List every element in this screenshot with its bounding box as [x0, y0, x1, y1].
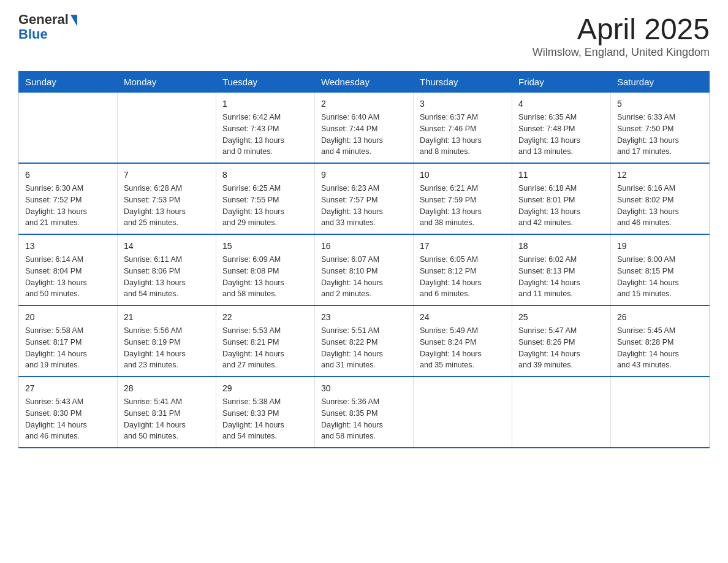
day-info: Sunrise: 5:56 AM Sunset: 8:19 PM Dayligh…: [124, 325, 210, 371]
column-header-saturday: Saturday: [611, 72, 710, 93]
calendar-cell: 22Sunrise: 5:53 AM Sunset: 8:21 PM Dayli…: [216, 305, 315, 377]
calendar-cell: 27Sunrise: 5:43 AM Sunset: 8:30 PM Dayli…: [19, 377, 118, 448]
day-info: Sunrise: 6:07 AM Sunset: 8:10 PM Dayligh…: [321, 254, 407, 300]
column-header-monday: Monday: [118, 72, 216, 93]
day-number: 18: [518, 240, 604, 253]
calendar-cell: 24Sunrise: 5:49 AM Sunset: 8:24 PM Dayli…: [414, 305, 512, 377]
calendar-cell: 4Sunrise: 6:35 AM Sunset: 7:48 PM Daylig…: [512, 93, 611, 164]
day-info: Sunrise: 6:18 AM Sunset: 8:01 PM Dayligh…: [518, 183, 604, 229]
day-info: Sunrise: 5:41 AM Sunset: 8:31 PM Dayligh…: [124, 396, 210, 442]
page-header: General Blue April 2025 Wilmslow, Englan…: [18, 12, 710, 59]
day-number: 24: [420, 311, 506, 324]
day-info: Sunrise: 6:11 AM Sunset: 8:06 PM Dayligh…: [124, 254, 210, 300]
calendar-cell: 3Sunrise: 6:37 AM Sunset: 7:46 PM Daylig…: [414, 93, 512, 164]
day-info: Sunrise: 6:30 AM Sunset: 7:52 PM Dayligh…: [25, 183, 111, 229]
day-info: Sunrise: 6:25 AM Sunset: 7:55 PM Dayligh…: [222, 183, 308, 229]
day-info: Sunrise: 5:51 AM Sunset: 8:22 PM Dayligh…: [321, 325, 407, 371]
calendar-cell: 9Sunrise: 6:23 AM Sunset: 7:57 PM Daylig…: [315, 163, 414, 234]
day-info: Sunrise: 6:40 AM Sunset: 7:44 PM Dayligh…: [321, 112, 407, 158]
day-number: 22: [222, 311, 308, 324]
day-number: 5: [617, 98, 703, 110]
calendar-cell: 10Sunrise: 6:21 AM Sunset: 7:59 PM Dayli…: [414, 163, 512, 234]
calendar-cell: 13Sunrise: 6:14 AM Sunset: 8:04 PM Dayli…: [19, 234, 118, 305]
calendar-cell: [611, 377, 710, 448]
calendar-cell: 21Sunrise: 5:56 AM Sunset: 8:19 PM Dayli…: [118, 305, 216, 377]
day-info: Sunrise: 6:35 AM Sunset: 7:48 PM Dayligh…: [518, 112, 604, 158]
day-number: 20: [25, 311, 111, 324]
day-number: 14: [124, 240, 210, 253]
day-number: 19: [617, 240, 703, 253]
day-info: Sunrise: 6:09 AM Sunset: 8:08 PM Dayligh…: [222, 254, 308, 300]
day-number: 29: [222, 382, 308, 395]
day-number: 15: [222, 240, 308, 253]
calendar-table: SundayMondayTuesdayWednesdayThursdayFrid…: [18, 71, 710, 448]
day-info: Sunrise: 5:49 AM Sunset: 8:24 PM Dayligh…: [420, 325, 506, 371]
calendar-cell: 25Sunrise: 5:47 AM Sunset: 8:26 PM Dayli…: [512, 305, 611, 377]
calendar-cell: [19, 93, 118, 164]
title-section: April 2025 Wilmslow, England, United Kin…: [533, 12, 710, 59]
calendar-cell: 26Sunrise: 5:45 AM Sunset: 8:28 PM Dayli…: [611, 305, 710, 377]
day-info: Sunrise: 6:05 AM Sunset: 8:12 PM Dayligh…: [420, 254, 506, 300]
calendar-cell: 8Sunrise: 6:25 AM Sunset: 7:55 PM Daylig…: [216, 163, 315, 234]
day-number: 8: [222, 169, 308, 182]
day-info: Sunrise: 5:36 AM Sunset: 8:35 PM Dayligh…: [321, 396, 407, 442]
logo-triangle-icon: [70, 15, 77, 26]
day-info: Sunrise: 6:42 AM Sunset: 7:43 PM Dayligh…: [222, 112, 308, 158]
day-number: 25: [518, 311, 604, 324]
calendar-cell: 1Sunrise: 6:42 AM Sunset: 7:43 PM Daylig…: [216, 93, 315, 164]
day-info: Sunrise: 5:58 AM Sunset: 8:17 PM Dayligh…: [25, 325, 111, 371]
calendar-cell: 14Sunrise: 6:11 AM Sunset: 8:06 PM Dayli…: [118, 234, 216, 305]
day-number: 27: [25, 382, 111, 395]
day-number: 26: [617, 311, 703, 324]
logo-blue-text: Blue: [18, 27, 48, 42]
calendar-cell: 23Sunrise: 5:51 AM Sunset: 8:22 PM Dayli…: [315, 305, 414, 377]
day-info: Sunrise: 6:37 AM Sunset: 7:46 PM Dayligh…: [420, 112, 506, 158]
calendar-header-row: SundayMondayTuesdayWednesdayThursdayFrid…: [19, 72, 710, 93]
day-info: Sunrise: 6:00 AM Sunset: 8:15 PM Dayligh…: [617, 254, 703, 300]
day-number: 17: [420, 240, 506, 253]
column-header-thursday: Thursday: [414, 72, 512, 93]
day-number: 23: [321, 311, 407, 324]
day-number: 13: [25, 240, 111, 253]
month-title: April 2025: [533, 12, 710, 46]
day-info: Sunrise: 6:02 AM Sunset: 8:13 PM Dayligh…: [518, 254, 604, 300]
day-info: Sunrise: 6:21 AM Sunset: 7:59 PM Dayligh…: [420, 183, 506, 229]
calendar-week-row: 13Sunrise: 6:14 AM Sunset: 8:04 PM Dayli…: [19, 234, 710, 305]
day-info: Sunrise: 5:43 AM Sunset: 8:30 PM Dayligh…: [25, 396, 111, 442]
column-header-sunday: Sunday: [19, 72, 118, 93]
calendar-cell: 7Sunrise: 6:28 AM Sunset: 7:53 PM Daylig…: [118, 163, 216, 234]
day-number: 16: [321, 240, 407, 253]
column-header-wednesday: Wednesday: [315, 72, 414, 93]
day-number: 7: [124, 169, 210, 182]
day-info: Sunrise: 5:45 AM Sunset: 8:28 PM Dayligh…: [617, 325, 703, 371]
calendar-week-row: 20Sunrise: 5:58 AM Sunset: 8:17 PM Dayli…: [19, 305, 710, 377]
day-number: 4: [518, 98, 604, 110]
day-info: Sunrise: 5:53 AM Sunset: 8:21 PM Dayligh…: [222, 325, 308, 371]
calendar-cell: 19Sunrise: 6:00 AM Sunset: 8:15 PM Dayli…: [611, 234, 710, 305]
day-info: Sunrise: 5:47 AM Sunset: 8:26 PM Dayligh…: [518, 325, 604, 371]
day-number: 12: [617, 169, 703, 182]
day-number: 28: [124, 382, 210, 395]
day-number: 30: [321, 382, 407, 395]
day-number: 3: [420, 98, 506, 110]
day-number: 9: [321, 169, 407, 182]
calendar-cell: 18Sunrise: 6:02 AM Sunset: 8:13 PM Dayli…: [512, 234, 611, 305]
calendar-cell: [118, 93, 216, 164]
calendar-week-row: 27Sunrise: 5:43 AM Sunset: 8:30 PM Dayli…: [19, 377, 710, 448]
column-header-friday: Friday: [512, 72, 611, 93]
calendar-cell: 30Sunrise: 5:36 AM Sunset: 8:35 PM Dayli…: [315, 377, 414, 448]
calendar-week-row: 6Sunrise: 6:30 AM Sunset: 7:52 PM Daylig…: [19, 163, 710, 234]
calendar-week-row: 1Sunrise: 6:42 AM Sunset: 7:43 PM Daylig…: [19, 93, 710, 164]
calendar-cell: 15Sunrise: 6:09 AM Sunset: 8:08 PM Dayli…: [216, 234, 315, 305]
logo-general-text: General: [18, 12, 69, 27]
day-info: Sunrise: 6:14 AM Sunset: 8:04 PM Dayligh…: [25, 254, 111, 300]
calendar-cell: [512, 377, 611, 448]
day-info: Sunrise: 6:28 AM Sunset: 7:53 PM Dayligh…: [124, 183, 210, 229]
calendar-cell: 11Sunrise: 6:18 AM Sunset: 8:01 PM Dayli…: [512, 163, 611, 234]
calendar-cell: 5Sunrise: 6:33 AM Sunset: 7:50 PM Daylig…: [611, 93, 710, 164]
calendar-cell: 12Sunrise: 6:16 AM Sunset: 8:02 PM Dayli…: [611, 163, 710, 234]
day-number: 2: [321, 98, 407, 110]
calendar-cell: 29Sunrise: 5:38 AM Sunset: 8:33 PM Dayli…: [216, 377, 315, 448]
day-number: 6: [25, 169, 111, 182]
calendar-cell: 6Sunrise: 6:30 AM Sunset: 7:52 PM Daylig…: [19, 163, 118, 234]
